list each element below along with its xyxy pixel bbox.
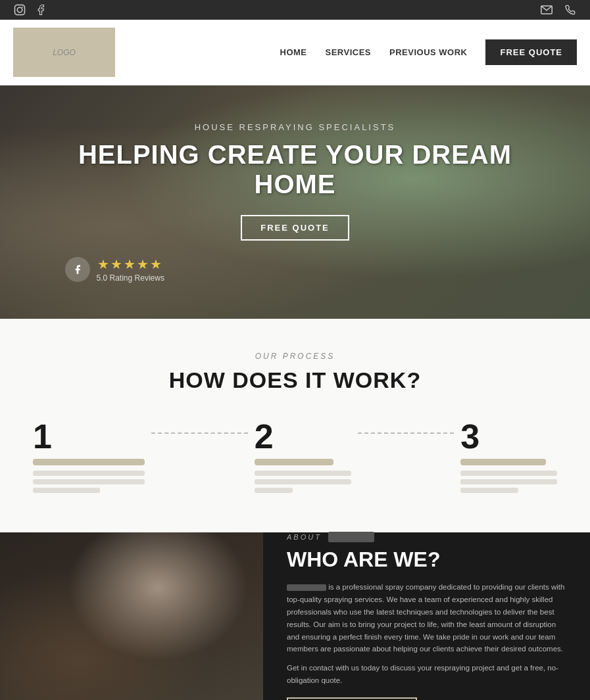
process-title: HOW DOES IT WORK? [26, 367, 564, 393]
svg-rect-0 [15, 5, 25, 15]
about-title: WHO ARE WE? [287, 548, 566, 572]
hero-rating: ★★★★★ 5.0 Rating Reviews [65, 256, 526, 283]
step-3-desc-line-1 [460, 471, 557, 476]
step-1-desc [33, 471, 145, 493]
step-1-number: 1 [33, 419, 145, 454]
about-section: ABOUT WHO ARE WE? is a professional spra… [0, 532, 590, 700]
hero-title: HELPING CREATE YOUR DREAM HOME [65, 140, 526, 199]
process-section: OUR PROCESS HOW DOES IT WORK? 1 2 [0, 319, 590, 532]
dashed-line-1 [151, 432, 248, 434]
step-1-desc-line-2 [33, 479, 145, 484]
step-2-desc-line-2 [255, 479, 351, 484]
company-name-redacted [287, 584, 326, 591]
connector-2-3 [358, 419, 455, 434]
header: LOGO HOME SERVICES PREVIOUS WORK FREE QU… [0, 20, 590, 85]
about-label: ABOUT [287, 532, 566, 542]
free-consultation-button[interactable]: FREE CONSULTATION [287, 697, 417, 700]
email-icon[interactable] [540, 3, 553, 16]
step-2-title-bar [255, 459, 333, 465]
hero-cta-button[interactable]: FREE QUOTE [241, 215, 349, 241]
top-bar [0, 0, 590, 20]
step-1-title-bar [33, 459, 145, 465]
social-links [13, 3, 47, 16]
about-image [0, 532, 263, 700]
star-rating: ★★★★★ [97, 256, 164, 272]
free-quote-button[interactable]: FREE QUOTE [485, 39, 577, 65]
connector-1-2 [151, 419, 248, 434]
rating-text: 5.0 Rating Reviews [97, 273, 164, 283]
facebook-icon[interactable] [34, 3, 47, 16]
process-label: OUR PROCESS [26, 352, 564, 361]
step-3-title-bar [460, 459, 546, 465]
about-body-1: is a professional spray company dedicate… [287, 581, 566, 656]
step-1-desc-line-1 [33, 471, 145, 476]
instagram-icon[interactable] [13, 3, 26, 16]
step-2-desc [255, 471, 351, 493]
process-step-2: 2 [248, 419, 358, 493]
phone-icon[interactable] [564, 3, 577, 16]
about-kitchen-background [0, 532, 263, 700]
navigation: HOME SERVICES PREVIOUS WORK FREE QUOTE [280, 39, 578, 65]
contact-links [540, 3, 577, 16]
step-2-number: 2 [255, 419, 351, 454]
nav-home[interactable]: HOME [280, 47, 307, 57]
about-content: ABOUT WHO ARE WE? is a professional spra… [263, 532, 590, 700]
logo-text: LOGO [53, 48, 76, 57]
facebook-rating-icon [65, 257, 90, 282]
stars-container: ★★★★★ 5.0 Rating Reviews [97, 256, 164, 283]
about-body-2: Get in contact with us today to discuss … [287, 662, 566, 687]
step-3-desc-line-2 [460, 479, 557, 484]
svg-point-2 [22, 7, 23, 8]
step-2-desc-line-3 [255, 488, 293, 493]
about-company-name-redacted [328, 532, 375, 542]
step-3-desc [460, 471, 557, 493]
dashed-line-2 [358, 432, 455, 434]
step-2-desc-line-1 [255, 471, 351, 476]
hero-section: HOUSE RESPRAYING SPECIALISTS HELPING CRE… [0, 85, 590, 319]
nav-previous-work[interactable]: PREVIOUS WORK [389, 47, 467, 57]
process-step-1: 1 [26, 419, 151, 493]
step-1-desc-line-3 [33, 488, 100, 493]
hero-subtitle: HOUSE RESPRAYING SPECIALISTS [65, 122, 526, 132]
process-steps: 1 2 3 [26, 419, 564, 493]
step-3-number: 3 [460, 419, 557, 454]
logo[interactable]: LOGO [13, 28, 115, 77]
hero-content: HOUSE RESPRAYING SPECIALISTS HELPING CRE… [65, 122, 526, 283]
process-step-3: 3 [454, 419, 564, 493]
nav-services[interactable]: SERVICES [326, 47, 372, 57]
svg-point-1 [17, 7, 22, 12]
step-3-desc-line-3 [460, 488, 518, 493]
